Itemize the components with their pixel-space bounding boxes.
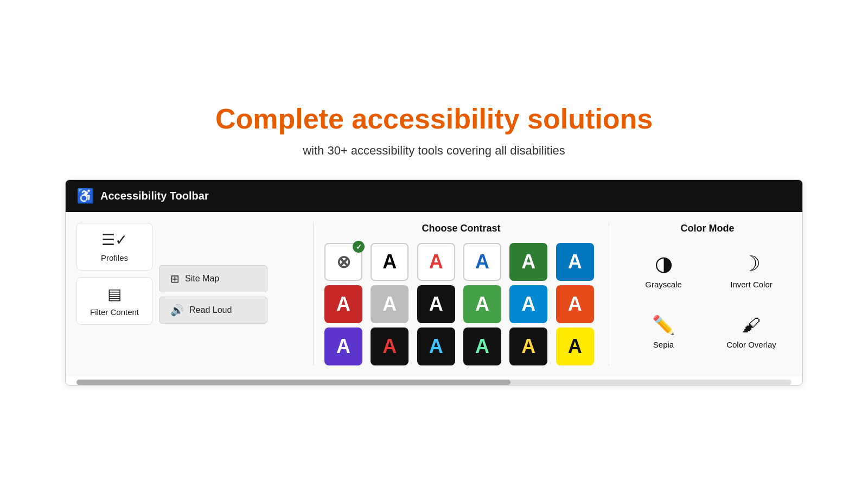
- contrast-white-green2[interactable]: A: [463, 285, 501, 323]
- center-panel: Choose Contrast ⊗ ✓ A A A A: [313, 223, 609, 365]
- invert-icon: ☽: [742, 252, 761, 275]
- contrast-blue-white[interactable]: A: [463, 243, 501, 281]
- invert-label: Invert Color: [730, 280, 773, 289]
- right-panel: Color Mode ◑ Grayscale ☽ Invert Color ✏️…: [618, 223, 792, 365]
- toolbar-title: Accessibility Toolbar: [100, 190, 209, 202]
- accessibility-icon: ♿: [76, 188, 94, 204]
- contrast-white-gray[interactable]: A: [371, 285, 409, 323]
- sepia-label: Sepia: [653, 340, 674, 349]
- contrast-default[interactable]: ⊗ ✓: [324, 243, 362, 281]
- contrast-green-black[interactable]: A: [463, 328, 501, 365]
- color-overlay-label: Color Overlay: [726, 340, 776, 349]
- color-mode-title: Color Mode: [623, 223, 792, 234]
- filter-icon: ▤: [107, 285, 122, 303]
- contrast-white-orange[interactable]: A: [556, 285, 594, 323]
- site-map-label: Site Map: [185, 274, 219, 284]
- color-overlay-icon: 🖌: [742, 314, 761, 336]
- contrast-blue-black[interactable]: A: [417, 328, 455, 365]
- read-loud-button[interactable]: 🔊 Read Loud: [159, 297, 267, 324]
- color-mode-grid: ◑ Grayscale ☽ Invert Color ✏️ Sepia 🖌 Co…: [623, 243, 792, 358]
- scrollbar-track[interactable]: [76, 380, 792, 385]
- contrast-white-purple[interactable]: A: [324, 328, 362, 365]
- grayscale-label: Grayscale: [645, 280, 682, 289]
- contrast-white-black[interactable]: A: [417, 285, 455, 323]
- contrast-grid: ⊗ ✓ A A A A A: [324, 243, 598, 365]
- cancel-icon: ⊗: [336, 252, 351, 272]
- grayscale-icon: ◑: [655, 252, 673, 275]
- contrast-white-red[interactable]: A: [324, 285, 362, 323]
- accessibility-toolbar: ♿ Accessibility Toolbar ☰✓ Profiles ▤ Fi…: [65, 179, 803, 386]
- hero-title: Complete accessibility solutions: [215, 102, 653, 135]
- profiles-button[interactable]: ☰✓ Profiles: [76, 223, 152, 271]
- contrast-black-yellow[interactable]: A: [556, 328, 594, 365]
- contrast-white-green[interactable]: A: [509, 243, 547, 281]
- hero-subtitle: with 30+ accessibility tools covering al…: [303, 144, 565, 158]
- contrast-red-white[interactable]: A: [417, 243, 455, 281]
- filter-label: Filter Content: [90, 307, 139, 317]
- profiles-label: Profiles: [101, 253, 128, 262]
- contrast-white-blue2[interactable]: A: [509, 285, 547, 323]
- site-map-button[interactable]: ⊞ Site Map: [159, 265, 267, 292]
- contrast-yellow-black[interactable]: A: [509, 328, 547, 365]
- grayscale-button[interactable]: ◑ Grayscale: [623, 243, 704, 298]
- site-map-icon: ⊞: [170, 272, 180, 285]
- color-overlay-button[interactable]: 🖌 Color Overlay: [711, 305, 792, 358]
- scrollbar-thumb[interactable]: [76, 380, 510, 385]
- contrast-title: Choose Contrast: [324, 223, 598, 234]
- icon-buttons-group: ☰✓ Profiles ▤ Filter Content: [76, 223, 152, 365]
- toolbar-header: ♿ Accessibility Toolbar: [66, 180, 802, 212]
- filter-content-button[interactable]: ▤ Filter Content: [76, 277, 152, 325]
- contrast-black-white[interactable]: A: [371, 243, 409, 281]
- toolbar-body: ☰✓ Profiles ▤ Filter Content ⊞ Site Map …: [66, 212, 802, 376]
- contrast-white-teal[interactable]: A: [556, 243, 594, 281]
- menu-buttons-group: ⊞ Site Map 🔊 Read Loud: [159, 223, 267, 365]
- read-loud-label: Read Loud: [189, 305, 232, 315]
- selected-check: ✓: [353, 241, 365, 253]
- contrast-red-black[interactable]: A: [371, 328, 409, 365]
- left-panel: ☰✓ Profiles ▤ Filter Content ⊞ Site Map …: [76, 223, 304, 365]
- invert-color-button[interactable]: ☽ Invert Color: [711, 243, 792, 298]
- read-loud-icon: 🔊: [170, 304, 184, 317]
- sepia-button[interactable]: ✏️ Sepia: [623, 305, 704, 358]
- profiles-icon: ☰✓: [101, 231, 127, 249]
- sepia-icon: ✏️: [652, 314, 675, 336]
